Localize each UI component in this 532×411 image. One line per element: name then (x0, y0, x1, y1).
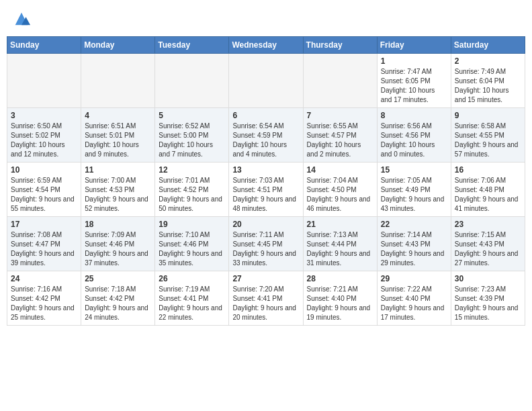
calendar-cell: 26Sunrise: 7:19 AM Sunset: 4:41 PM Dayli… (155, 271, 229, 326)
column-header-friday: Friday (377, 37, 451, 54)
day-number: 7 (307, 111, 373, 120)
calendar-cell: 1Sunrise: 7:47 AM Sunset: 6:05 PM Daylig… (377, 54, 451, 108)
calendar-cell: 24Sunrise: 7:16 AM Sunset: 4:42 PM Dayli… (7, 271, 81, 326)
day-number: 27 (232, 274, 299, 283)
day-info: Sunrise: 7:23 AM Sunset: 4:39 PM Dayligh… (455, 285, 521, 322)
calendar-cell: 20Sunrise: 7:11 AM Sunset: 4:45 PM Dayli… (229, 217, 303, 271)
column-header-sunday: Sunday (7, 37, 81, 54)
calendar-cell: 16Sunrise: 7:06 AM Sunset: 4:48 PM Dayli… (451, 163, 525, 217)
calendar-cell: 25Sunrise: 7:18 AM Sunset: 4:42 PM Dayli… (81, 271, 155, 326)
day-number: 23 (455, 220, 521, 229)
day-info: Sunrise: 7:06 AM Sunset: 4:48 PM Dayligh… (455, 176, 521, 214)
calendar-cell: 22Sunrise: 7:14 AM Sunset: 4:43 PM Dayli… (377, 217, 451, 271)
day-info: Sunrise: 6:54 AM Sunset: 4:59 PM Dayligh… (232, 122, 299, 159)
day-number: 12 (159, 165, 225, 175)
calendar-cell: 4Sunrise: 6:51 AM Sunset: 5:01 PM Daylig… (81, 108, 155, 163)
day-number: 3 (11, 111, 77, 120)
day-info: Sunrise: 7:49 AM Sunset: 6:04 PM Dayligh… (455, 67, 521, 105)
calendar-week-row: 24Sunrise: 7:16 AM Sunset: 4:42 PM Dayli… (7, 271, 525, 326)
calendar-cell: 19Sunrise: 7:10 AM Sunset: 4:46 PM Dayli… (155, 217, 229, 271)
day-number: 30 (455, 274, 521, 283)
day-info: Sunrise: 6:50 AM Sunset: 5:02 PM Dayligh… (11, 122, 77, 159)
calendar-week-row: 3Sunrise: 6:50 AM Sunset: 5:02 PM Daylig… (7, 108, 525, 163)
day-number: 11 (85, 165, 151, 175)
calendar-week-row: 17Sunrise: 7:08 AM Sunset: 4:47 PM Dayli… (7, 217, 525, 271)
day-info: Sunrise: 7:04 AM Sunset: 4:50 PM Dayligh… (307, 176, 373, 214)
day-info: Sunrise: 6:56 AM Sunset: 4:56 PM Dayligh… (381, 122, 447, 159)
day-number: 29 (381, 274, 447, 283)
day-number: 6 (232, 111, 299, 120)
day-number: 20 (232, 220, 299, 229)
page-header (7, 7, 525, 31)
day-number: 2 (455, 56, 521, 66)
column-header-wednesday: Wednesday (229, 37, 303, 54)
calendar-cell: 3Sunrise: 6:50 AM Sunset: 5:02 PM Daylig… (7, 108, 81, 163)
day-info: Sunrise: 7:15 AM Sunset: 4:43 PM Dayligh… (455, 230, 521, 268)
day-number: 18 (85, 220, 151, 229)
day-info: Sunrise: 7:22 AM Sunset: 4:40 PM Dayligh… (381, 285, 447, 322)
calendar-cell (155, 54, 229, 108)
day-info: Sunrise: 7:11 AM Sunset: 4:45 PM Dayligh… (232, 230, 299, 268)
day-info: Sunrise: 7:21 AM Sunset: 4:40 PM Dayligh… (307, 285, 373, 322)
calendar-cell: 6Sunrise: 6:54 AM Sunset: 4:59 PM Daylig… (229, 108, 303, 163)
calendar-cell: 15Sunrise: 7:05 AM Sunset: 4:49 PM Dayli… (377, 163, 451, 217)
calendar-cell: 28Sunrise: 7:21 AM Sunset: 4:40 PM Dayli… (303, 271, 377, 326)
day-info: Sunrise: 7:08 AM Sunset: 4:47 PM Dayligh… (11, 230, 77, 268)
day-number: 10 (11, 165, 77, 175)
day-info: Sunrise: 7:10 AM Sunset: 4:46 PM Dayligh… (159, 230, 225, 268)
day-number: 1 (381, 56, 447, 66)
column-header-monday: Monday (81, 37, 155, 54)
calendar-cell: 29Sunrise: 7:22 AM Sunset: 4:40 PM Dayli… (377, 271, 451, 326)
day-number: 19 (159, 220, 225, 229)
day-info: Sunrise: 7:05 AM Sunset: 4:49 PM Dayligh… (381, 176, 447, 214)
calendar-cell: 2Sunrise: 7:49 AM Sunset: 6:04 PM Daylig… (451, 54, 525, 108)
calendar-cell (81, 54, 155, 108)
day-number: 14 (307, 165, 373, 175)
calendar-table: SundayMondayTuesdayWednesdayThursdayFrid… (7, 36, 525, 326)
calendar-cell: 30Sunrise: 7:23 AM Sunset: 4:39 PM Dayli… (451, 271, 525, 326)
calendar-cell: 8Sunrise: 6:56 AM Sunset: 4:56 PM Daylig… (377, 108, 451, 163)
day-info: Sunrise: 7:47 AM Sunset: 6:05 PM Dayligh… (381, 67, 447, 105)
day-number: 22 (381, 220, 447, 229)
day-number: 9 (455, 111, 521, 120)
day-number: 15 (381, 165, 447, 175)
column-header-saturday: Saturday (451, 37, 525, 54)
day-number: 5 (159, 111, 225, 120)
day-number: 13 (232, 165, 299, 175)
calendar-cell: 7Sunrise: 6:55 AM Sunset: 4:57 PM Daylig… (303, 108, 377, 163)
day-info: Sunrise: 6:58 AM Sunset: 4:55 PM Dayligh… (455, 122, 521, 159)
day-info: Sunrise: 7:09 AM Sunset: 4:46 PM Dayligh… (85, 230, 151, 268)
calendar-cell: 9Sunrise: 6:58 AM Sunset: 4:55 PM Daylig… (451, 108, 525, 163)
day-info: Sunrise: 7:14 AM Sunset: 4:43 PM Dayligh… (381, 230, 447, 268)
calendar-cell: 12Sunrise: 7:01 AM Sunset: 4:52 PM Dayli… (155, 163, 229, 217)
day-number: 8 (381, 111, 447, 120)
calendar-cell: 18Sunrise: 7:09 AM Sunset: 4:46 PM Dayli… (81, 217, 155, 271)
day-number: 25 (85, 274, 151, 283)
column-header-thursday: Thursday (303, 37, 377, 54)
day-number: 28 (307, 274, 373, 283)
calendar-week-row: 1Sunrise: 7:47 AM Sunset: 6:05 PM Daylig… (7, 54, 525, 108)
calendar-cell: 27Sunrise: 7:20 AM Sunset: 4:41 PM Dayli… (229, 271, 303, 326)
calendar-cell: 13Sunrise: 7:03 AM Sunset: 4:51 PM Dayli… (229, 163, 303, 217)
day-number: 17 (11, 220, 77, 229)
day-info: Sunrise: 6:52 AM Sunset: 5:00 PM Dayligh… (159, 122, 225, 159)
calendar-cell: 17Sunrise: 7:08 AM Sunset: 4:47 PM Dayli… (7, 217, 81, 271)
day-info: Sunrise: 7:18 AM Sunset: 4:42 PM Dayligh… (85, 285, 151, 322)
day-info: Sunrise: 7:13 AM Sunset: 4:44 PM Dayligh… (307, 230, 373, 268)
calendar-header-row: SundayMondayTuesdayWednesdayThursdayFrid… (7, 37, 525, 54)
calendar-cell (7, 54, 81, 108)
calendar-cell (229, 54, 303, 108)
logo (11, 9, 31, 28)
calendar-cell: 5Sunrise: 6:52 AM Sunset: 5:00 PM Daylig… (155, 108, 229, 163)
calendar-cell (303, 54, 377, 108)
day-number: 26 (159, 274, 225, 283)
day-info: Sunrise: 7:03 AM Sunset: 4:51 PM Dayligh… (232, 176, 299, 214)
day-info: Sunrise: 6:59 AM Sunset: 4:54 PM Dayligh… (11, 176, 77, 214)
day-number: 24 (11, 274, 77, 283)
calendar-week-row: 10Sunrise: 6:59 AM Sunset: 4:54 PM Dayli… (7, 163, 525, 217)
day-number: 4 (85, 111, 151, 120)
calendar-cell: 10Sunrise: 6:59 AM Sunset: 4:54 PM Dayli… (7, 163, 81, 217)
calendar-cell: 14Sunrise: 7:04 AM Sunset: 4:50 PM Dayli… (303, 163, 377, 217)
day-number: 16 (455, 165, 521, 175)
day-info: Sunrise: 7:00 AM Sunset: 4:53 PM Dayligh… (85, 176, 151, 214)
